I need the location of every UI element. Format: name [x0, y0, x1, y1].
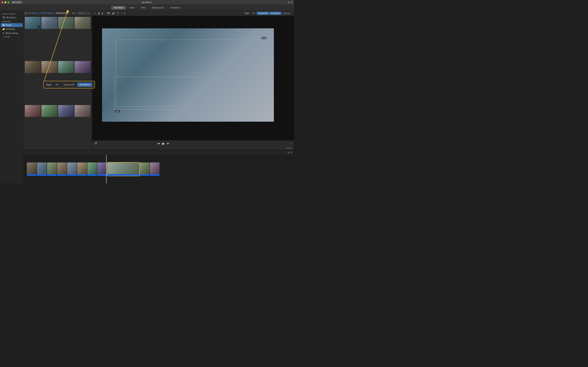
preview-image: End Start [102, 28, 274, 122]
list-item[interactable] [42, 61, 57, 73]
minimize-button[interactable] [4, 1, 6, 3]
clip-duration-bar [37, 174, 47, 176]
project-media-section: Project Media [0, 12, 23, 16]
reset-label: Reset [285, 12, 290, 14]
thumbnail-image [25, 105, 41, 117]
camera-icon[interactable]: 📷 [107, 12, 110, 15]
sidebar-item-photos[interactable]: 🖼 Photos [1, 23, 23, 27]
timeline-clip[interactable] [27, 162, 37, 176]
list-item[interactable] [25, 61, 41, 73]
timeline-clip[interactable] [140, 162, 149, 176]
timeline-content[interactable] [24, 155, 294, 184]
settings-icon[interactable]: ⚙ [290, 151, 292, 154]
sidebar-item-date[interactable]: 3-28-20 [0, 35, 23, 38]
list-item[interactable] [58, 17, 74, 29]
layout-toggle-icon[interactable]: ⊞ [25, 12, 27, 14]
sidebar-events-label: All Events [6, 28, 15, 30]
microphone-icon[interactable]: 🎤 [94, 142, 97, 145]
timeline-clip[interactable] [87, 162, 97, 176]
timeline-clip[interactable] [97, 162, 107, 176]
color-icon[interactable]: ◑ [98, 12, 100, 15]
sidebar-project-item[interactable]: 🎬 My Movie 1 [1, 16, 23, 19]
timeline-clip[interactable] [37, 162, 47, 176]
settings-label[interactable]: Settings [286, 147, 292, 149]
exchange-icon[interactable]: ⇆ [282, 12, 284, 15]
breadcrumb-sep-2: › [54, 12, 55, 14]
audio-icon[interactable]: 🔊 [112, 12, 115, 15]
timeline-clip[interactable] [67, 162, 77, 176]
library-icon: ▼ [2, 32, 5, 34]
film-icon: 🎬 [2, 16, 5, 19]
timeline-clip[interactable] [77, 162, 87, 176]
clip-duration-bar [87, 174, 97, 176]
floating-style-tooltip: Style: Fit Crop to Fill Ken Burns [43, 81, 95, 88]
tab-titles[interactable]: Titles [138, 6, 149, 9]
sidebar-project-name: My Movie 1 [6, 17, 16, 19]
style-crop-to-fill-button[interactable]: Crop to Fill [257, 12, 269, 15]
thumbnail-image [25, 61, 41, 73]
ken-burns-start-box[interactable]: Start [114, 77, 217, 109]
speed-icon[interactable]: ⏱ [117, 12, 119, 15]
list-item[interactable]: + [25, 17, 41, 29]
titlebar: ◀ Projects My Movie 1 ⊞ ⬇ [0, 0, 294, 5]
list-item[interactable] [58, 105, 74, 117]
yellow-indicator-dot [67, 10, 69, 13]
crop-icon[interactable]: ✂ [94, 12, 96, 15]
events-icon: 📁 [2, 28, 5, 30]
reset-button[interactable]: Reset ✓ [285, 12, 292, 14]
sidebar: Project Media 🎬 My Movie 1 LIBRARIES 🖼 P… [0, 11, 24, 184]
style-ken-burns-button[interactable]: Ken Burns [269, 12, 281, 15]
maximize-button[interactable] [7, 1, 9, 3]
timeline-clip[interactable] [150, 162, 160, 176]
style-fit-button[interactable]: Fit [251, 12, 256, 15]
sidebar-item-imovie-library[interactable]: ▼ iMovie Library [1, 31, 23, 35]
list-item[interactable] [75, 61, 91, 73]
tooltip-ken-burns-button[interactable]: Ken Burns [77, 83, 92, 87]
breadcrumb-controls: All ▾ [72, 12, 91, 15]
skip-back-button[interactable]: ⏮ [157, 142, 160, 145]
music-note-icon[interactable]: ♩ [25, 151, 26, 154]
thumbnail-image [42, 61, 57, 73]
tooltip-crop-to-fill-button[interactable]: Crop to Fill [61, 83, 77, 87]
download-icon[interactable]: ⬇ [291, 1, 293, 4]
ken-burns-end-label: End [262, 37, 266, 39]
tab-backgrounds[interactable]: Backgrounds [149, 6, 167, 9]
list-item[interactable] [42, 105, 57, 117]
stabilize-icon[interactable]: ⌖ [121, 12, 122, 15]
info-icon[interactable]: ℹ [124, 12, 125, 15]
sidebar-item-all-events[interactable]: 📁 All Events [1, 27, 23, 31]
play-pause-button[interactable]: ▶ [162, 142, 165, 145]
back-to-projects-button[interactable]: ◀ Projects [11, 1, 22, 4]
add-to-timeline-button[interactable]: + [37, 25, 40, 28]
thumbnail-image [42, 17, 57, 29]
playback-controls: ⏮ ▶ ⏭ [157, 142, 170, 145]
thumbnail-image [58, 17, 74, 29]
breadcrumb-all-albums[interactable]: All My Albums [41, 12, 54, 14]
tab-audio[interactable]: Audio [126, 6, 137, 9]
list-item[interactable] [75, 105, 91, 117]
timeline-clips [27, 157, 292, 182]
clip-duration-bar [47, 174, 57, 176]
list-item[interactable] [75, 17, 91, 29]
search-input[interactable] [77, 12, 91, 15]
fullscreen-icon[interactable]: ⤢ [290, 142, 292, 145]
close-button[interactable] [1, 1, 3, 3]
timeline: ♩ ⊟ ⚙ [24, 150, 294, 184]
list-item[interactable] [42, 17, 57, 29]
panels: ⊞ My Albums ▾ › All My Albums › Standing… [24, 11, 294, 150]
filter-all[interactable]: All ▾ [72, 12, 76, 14]
tab-my-media[interactable]: My Media [111, 6, 126, 9]
tooltip-fit-button[interactable]: Fit [54, 83, 61, 87]
list-item[interactable] [25, 105, 41, 117]
timeline-clip[interactable] [57, 162, 67, 176]
grid-view-icon[interactable]: ⊞ [288, 1, 290, 4]
sidebar-library-label: iMovie Library [6, 32, 18, 34]
skip-forward-button[interactable]: ⏭ [167, 142, 170, 145]
thumbnail-image [58, 105, 74, 117]
tab-transitions[interactable]: Transitions [167, 6, 183, 9]
list-item[interactable] [58, 61, 74, 73]
timeline-clip[interactable] [47, 162, 57, 176]
timeline-clip-selected[interactable] [107, 162, 139, 176]
breadcrumb-my-albums[interactable]: My Albums ▾ [27, 12, 39, 14]
filter-icon[interactable]: ◈ [102, 12, 103, 15]
